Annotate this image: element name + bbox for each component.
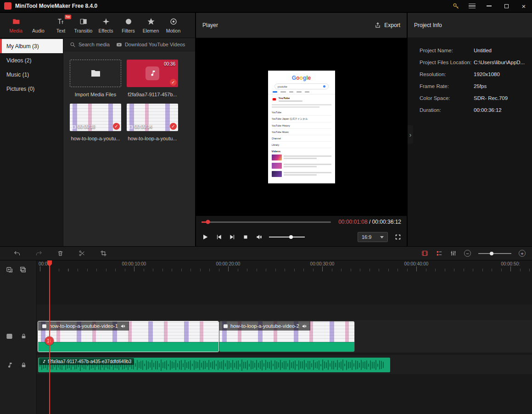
tab-transitions[interactable]: Transitio xyxy=(72,13,95,38)
current-time: 00:00:01:08 xyxy=(338,219,367,225)
preview-query: youtube xyxy=(278,85,287,88)
zoom-handle[interactable] xyxy=(490,252,493,255)
media-item-video-2: 00:00:14 ✓ how-to-loop-a-youtu... xyxy=(127,104,178,141)
volume-handle[interactable] xyxy=(289,235,293,239)
preview-link: Channel xyxy=(272,135,331,142)
video-preview-frame: Google youtube YouTube xyxy=(268,71,335,183)
titlebar: MiniTool MovieMaker Free 8.4.0 × xyxy=(0,0,532,13)
clip-label: how-to-loop-a-youtube-video-1 xyxy=(49,323,118,329)
timeline-toolbar: − + xyxy=(0,246,532,260)
audio-track-lock-icon[interactable] xyxy=(21,362,27,368)
tab-label: Effects xyxy=(99,28,113,33)
volume-icon[interactable] xyxy=(256,234,262,240)
tab-text[interactable]: Ne Text xyxy=(50,13,72,38)
marker-button[interactable] xyxy=(436,250,442,257)
time-display: 00:00:01:08 / 00:00:36:12 xyxy=(338,219,401,225)
tab-effects[interactable]: Effects xyxy=(95,13,117,38)
undo-button[interactable] xyxy=(6,250,28,257)
info-row-project-name: Project Name: Untitled xyxy=(408,44,532,56)
library-body: My Album (3) Videos (2) Music (1) Pictur… xyxy=(0,38,195,246)
zoom-out-button[interactable]: − xyxy=(464,250,471,257)
download-youtube-button[interactable]: Download YouTube Videos xyxy=(116,42,185,48)
timeline-toolbar-right: − + xyxy=(421,250,526,257)
duration-badge: 00:00:14 xyxy=(129,124,152,129)
media-item-name: how-to-loop-a-youtu... xyxy=(127,136,178,141)
tab-elements[interactable]: Elemen xyxy=(140,13,162,38)
volume-slider[interactable] xyxy=(269,237,305,237)
video-clip-1[interactable]: how-to-loop-a-youtube-video-1 xyxy=(38,321,218,352)
media-item-name: how-to-loop-a-youtu... xyxy=(70,136,121,141)
ruler-ticks xyxy=(40,266,532,271)
license-key-icon[interactable] xyxy=(453,3,459,10)
new-badge: Ne xyxy=(65,15,71,19)
manage-tracks-icon[interactable] xyxy=(19,266,27,273)
video-thumbnail[interactable]: 00:00:14 ✓ xyxy=(127,104,178,131)
tab-motion[interactable]: Motion xyxy=(162,13,185,38)
menu-icon[interactable] xyxy=(469,4,476,9)
track-view-button[interactable] xyxy=(421,250,428,257)
stop-button[interactable] xyxy=(242,234,249,240)
audio-clip[interactable]: f2fa9aa7-9117-457b-a435-e37ddfd649b3 xyxy=(38,358,390,372)
audio-clip-label: f2fa9aa7-9117-457b-a435-e37ddfd649b3 xyxy=(48,359,131,364)
next-frame-button[interactable] xyxy=(229,234,235,240)
crop-button[interactable] xyxy=(93,250,114,257)
search-media-button[interactable]: Search media xyxy=(70,42,110,48)
download-youtube-label: Download YouTube Videos xyxy=(125,42,185,47)
video-clip-2[interactable]: how-to-loop-a-youtube-video-2 xyxy=(219,321,354,352)
tab-label: Media xyxy=(9,28,22,33)
marker-icon xyxy=(436,250,442,257)
playhead[interactable] xyxy=(49,260,50,414)
overlay-track-band xyxy=(37,304,532,320)
seek-handle[interactable] xyxy=(206,220,210,224)
music-note-icon xyxy=(146,66,159,80)
maximize-button[interactable] xyxy=(502,2,510,10)
ruler-label: 00:00:20:00 xyxy=(216,261,241,266)
speaker-icon xyxy=(120,324,125,329)
audio-thumbnail[interactable]: 00:36 ✓ xyxy=(127,60,178,87)
sidebar-item-videos[interactable]: Videos (2) xyxy=(0,53,63,67)
sidebar-item-my-album[interactable]: My Album (3) xyxy=(0,39,63,53)
collapse-panel-button[interactable]: › xyxy=(408,125,413,144)
audio-mixer-button[interactable] xyxy=(450,250,457,257)
tab-media[interactable]: Media xyxy=(5,13,27,38)
export-button[interactable]: Export xyxy=(375,22,400,28)
previous-frame-button[interactable] xyxy=(216,234,222,240)
video-track-lock-icon[interactable] xyxy=(21,333,27,339)
import-media-tile[interactable] xyxy=(70,60,121,87)
delete-button[interactable] xyxy=(50,250,71,257)
film-icon xyxy=(223,324,228,329)
preview-link: YouTube History xyxy=(272,122,331,129)
preview-link: YouTube Music xyxy=(272,129,331,135)
fullscreen-button[interactable] xyxy=(395,234,401,240)
preview-result: YouTube xyxy=(268,94,335,102)
timeline-zoom-slider[interactable] xyxy=(478,253,511,254)
preview-video-row xyxy=(268,161,335,170)
tab-audio[interactable]: Audio xyxy=(27,13,50,38)
project-info-pane: Project Info Project Name: Untitled Proj… xyxy=(408,13,532,246)
add-to-track-icon[interactable] xyxy=(6,266,13,273)
youtube-icon xyxy=(116,42,122,48)
tab-filters[interactable]: Filters xyxy=(117,13,140,38)
track-view-icon xyxy=(421,250,428,257)
redo-button[interactable] xyxy=(28,250,50,257)
media-panel: Search media Download YouTube Videos xyxy=(63,38,195,246)
media-item-audio: 00:36 ✓ f2fa9aa7-9117-457b... xyxy=(127,60,178,97)
added-check-icon: ✓ xyxy=(170,123,177,130)
split-button[interactable] xyxy=(71,250,93,257)
close-button[interactable]: × xyxy=(520,2,528,10)
info-label: Project Files Location: xyxy=(420,60,474,65)
sidebar-item-pictures[interactable]: Pictures (0) xyxy=(0,82,63,96)
info-value: 1920x1080 xyxy=(474,72,500,77)
video-thumbnail[interactable]: 00:00:18 ✓ xyxy=(70,104,121,131)
zoom-in-button[interactable]: + xyxy=(519,250,526,257)
timeline-ruler[interactable]: 00:00 00:00:10:00 00:00:20:00 00:00:30:0… xyxy=(37,260,532,272)
preview-links: YouTube YouTube Japan 公式チャンネル YouTube Hi… xyxy=(268,109,335,148)
sidebar-item-music[interactable]: Music (1) xyxy=(0,67,63,82)
minimize-button[interactable] xyxy=(485,2,493,10)
play-button[interactable] xyxy=(202,233,209,241)
player-title: Player xyxy=(202,22,218,28)
seek-bar[interactable] xyxy=(202,221,331,223)
aspect-ratio-select[interactable]: 16:9 xyxy=(358,232,388,242)
ruler-label: 00:00:30:00 xyxy=(310,261,335,266)
clip-label-chip: how-to-loop-a-youtube-video-2 xyxy=(219,321,310,331)
